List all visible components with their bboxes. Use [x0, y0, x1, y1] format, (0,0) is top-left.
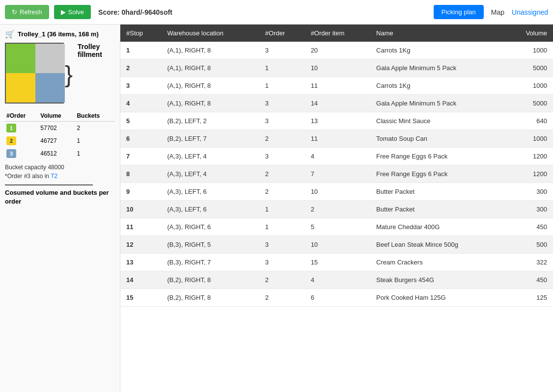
- cell-order-item: 6: [305, 289, 370, 307]
- cell-stop: 5: [120, 112, 161, 130]
- cell-stop: 15: [120, 289, 161, 307]
- cell-name: Steak Burgers 454G: [370, 271, 505, 289]
- cell-order-item: 14: [305, 95, 370, 112]
- col-location: Warehouse location: [161, 25, 259, 42]
- cell-volume: 450: [505, 218, 553, 236]
- cell-name: Carrots 1Kg: [370, 77, 505, 95]
- cell-order-item: 7: [305, 165, 370, 183]
- order-col-header: #Order: [5, 110, 39, 122]
- cell-order: 3: [259, 112, 305, 130]
- brace-icon: }: [65, 63, 73, 86]
- order-badge-1: 1: [6, 124, 16, 132]
- cell-order: 3: [259, 42, 305, 59]
- cell-order: 1: [259, 59, 305, 77]
- cell-order: 2: [259, 183, 305, 201]
- play-icon: ▶: [61, 8, 66, 16]
- cell-stop: 3: [120, 77, 161, 95]
- table-row: 15 (B,2), RIGHT, 8 2 6 Pork Cooked Ham 1…: [120, 289, 553, 307]
- cell-order: 1: [259, 77, 305, 95]
- cell-name: Beef Lean Steak Mince 500g: [370, 236, 505, 254]
- cell-name: Pork Cooked Ham 125G: [370, 289, 505, 307]
- table-row: 2 (A,1), RIGHT, 8 1 10 Gala Apple Minimu…: [120, 59, 553, 77]
- cell-stop: 12: [120, 236, 161, 254]
- order-note: *Order #3 also in T2: [5, 173, 115, 180]
- cell-order-item: 15: [305, 254, 370, 271]
- cell-order-item: 13: [305, 112, 370, 130]
- refresh-icon: ↻: [12, 8, 17, 16]
- cell-stop: 13: [120, 254, 161, 271]
- cell-stop: 9: [120, 183, 161, 201]
- cell-order: 1: [259, 218, 305, 236]
- buckets-col-header: Buckets: [75, 110, 115, 122]
- order-note-link[interactable]: T2: [51, 173, 57, 180]
- order-id-1: 1: [5, 122, 39, 135]
- trolley-cell-green: [6, 44, 35, 73]
- cell-location: (B,2), RIGHT, 8: [161, 271, 259, 289]
- solve-button[interactable]: ▶ Solve: [54, 5, 91, 19]
- trolley-title-text: Trolley_1 (36 items, 168 m): [18, 30, 99, 38]
- order-row-1: 1 57702 2: [5, 122, 115, 135]
- sidebar-divider: [5, 184, 93, 185]
- cell-stop: 4: [120, 95, 161, 112]
- table-header-row: #Stop Warehouse location #Order #Order i…: [120, 25, 553, 42]
- table-row: 10 (A,3), LEFT, 6 1 2 Butter Packet 300: [120, 201, 553, 218]
- order-badge-2: 2: [6, 136, 16, 145]
- trolley-visual: } Trolley fillment: [5, 43, 115, 106]
- header: ↻ Refresh ▶ Solve Score: 0hard/-9640soft…: [0, 0, 553, 25]
- cell-location: (A,3), RIGHT, 6: [161, 218, 259, 236]
- col-stop: #Stop: [120, 25, 161, 42]
- cell-volume: 500: [505, 236, 553, 254]
- cell-volume: 5000: [505, 95, 553, 112]
- table-row: 13 (B,3), RIGHT, 7 3 15 Cream Crackers 3…: [120, 254, 553, 271]
- cell-location: (A,3), LEFT, 6: [161, 183, 259, 201]
- cell-volume: 1000: [505, 42, 553, 59]
- cell-name: Gala Apple Minimum 5 Pack: [370, 59, 505, 77]
- cell-name: Butter Packet: [370, 183, 505, 201]
- cell-volume: 300: [505, 183, 553, 201]
- cell-order: 3: [259, 254, 305, 271]
- cell-location: (B,3), RIGHT, 5: [161, 236, 259, 254]
- order-buckets-2: 1: [75, 134, 115, 147]
- unassigned-link[interactable]: Unassigned: [512, 8, 548, 16]
- trolley-grid: [5, 43, 64, 104]
- refresh-button[interactable]: ↻ Refresh: [5, 5, 49, 19]
- cell-order-item: 10: [305, 183, 370, 201]
- trolley-cell-gray: [35, 44, 65, 73]
- refresh-label: Refresh: [20, 8, 42, 16]
- table-row: 3 (A,1), RIGHT, 8 1 11 Carrots 1Kg 1000: [120, 77, 553, 95]
- table-row: 1 (A,1), RIGHT, 8 3 20 Carrots 1Kg 1000: [120, 42, 553, 59]
- map-link[interactable]: Map: [491, 8, 504, 16]
- sidebar: 🛒 Trolley_1 (36 items, 168 m) } Trolley …: [0, 25, 120, 392]
- table-row: 14 (B,2), RIGHT, 8 2 4 Steak Burgers 454…: [120, 271, 553, 289]
- bucket-capacity: Bucket capacity 48000: [5, 164, 115, 171]
- cell-volume: 1200: [505, 148, 553, 165]
- cell-order: 2: [259, 271, 305, 289]
- cell-location: (B,2), LEFT, 2: [161, 112, 259, 130]
- picking-plan-label: Picking plan: [442, 8, 476, 16]
- cell-stop: 1: [120, 42, 161, 59]
- volume-col-header: Volume: [39, 110, 75, 122]
- cell-order-item: 20: [305, 42, 370, 59]
- cell-order-item: 4: [305, 271, 370, 289]
- cell-order: 2: [259, 289, 305, 307]
- cell-name: Classic Mint Sauce: [370, 112, 505, 130]
- col-order-item: #Order item: [305, 25, 370, 42]
- solve-label: Solve: [68, 8, 84, 16]
- cart-icon: 🛒: [5, 29, 15, 39]
- fillment-label: Trolley fillment: [78, 43, 115, 58]
- cell-order-item: 11: [305, 77, 370, 95]
- cell-order-item: 5: [305, 218, 370, 236]
- order-buckets-3: 1: [75, 147, 115, 160]
- order-buckets-1: 2: [75, 122, 115, 135]
- order-volume-2: 46727: [39, 134, 75, 147]
- cell-order: 2: [259, 165, 305, 183]
- table-row: 9 (A,3), LEFT, 6 2 10 Butter Packet 300: [120, 183, 553, 201]
- order-badge-3: 3: [6, 149, 16, 158]
- cell-stop: 7: [120, 148, 161, 165]
- cell-name: Mature Cheddar 400G: [370, 218, 505, 236]
- cell-location: (B,2), RIGHT, 8: [161, 289, 259, 307]
- picking-plan-button[interactable]: Picking plan: [434, 5, 484, 19]
- cell-stop: 2: [120, 59, 161, 77]
- cell-name: Cream Crackers: [370, 254, 505, 271]
- cell-name: Butter Packet: [370, 201, 505, 218]
